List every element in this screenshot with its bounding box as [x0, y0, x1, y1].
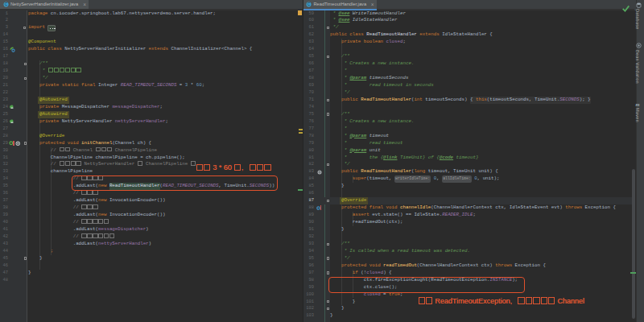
svg-text:C: C	[308, 2, 311, 6]
svg-text:C: C	[4, 2, 7, 6]
